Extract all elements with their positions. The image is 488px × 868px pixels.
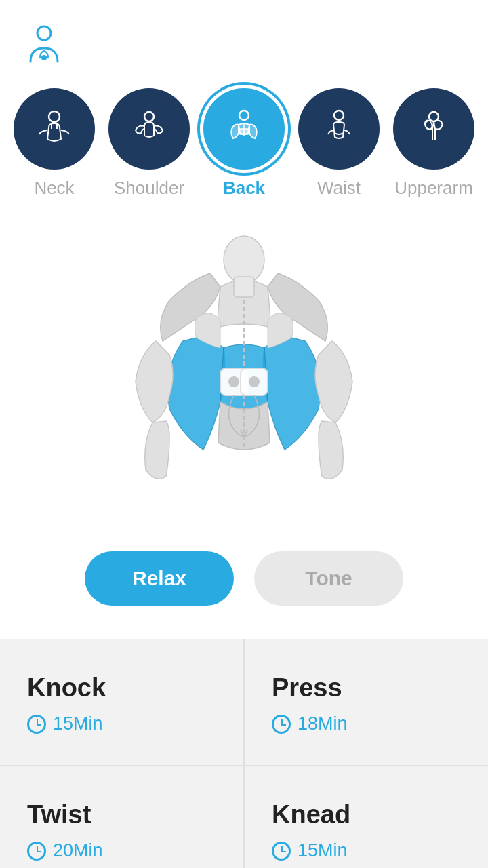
nav-label-upperarm: Upperarm [394, 178, 473, 199]
nav-label-shoulder: Shoulder [114, 178, 184, 199]
clock-icon-knock [27, 715, 46, 734]
program-name-knead: Knead [272, 800, 461, 829]
mode-buttons-group: Relax Tone [0, 545, 488, 639]
program-duration-knead: 15Min [272, 840, 461, 861]
clock-icon-knead [272, 842, 291, 861]
program-card-knock[interactable]: Knock 15Min [0, 639, 243, 765]
program-duration-knock: 15Min [27, 713, 216, 734]
nav-label-neck: Neck [34, 178, 74, 199]
program-name-twist: Twist [27, 800, 216, 829]
clock-icon-press [272, 715, 291, 734]
nav-label-back: Back [223, 178, 265, 199]
program-card-knead[interactable]: Knead 15Min [245, 766, 488, 868]
duration-text-knock: 15Min [53, 713, 103, 734]
program-duration-press: 18Min [272, 713, 461, 734]
program-name-press: Press [272, 673, 461, 703]
nav-circle-waist [298, 88, 380, 170]
svg-rect-13 [234, 277, 254, 297]
program-name-knock: Knock [27, 673, 216, 703]
duration-text-knead: 15Min [298, 840, 348, 861]
nav-item-neck[interactable]: Neck [7, 88, 102, 199]
duration-text-press: 18Min [298, 713, 348, 734]
program-card-twist[interactable]: Twist 20Min [0, 766, 243, 868]
clock-icon-twist [27, 842, 46, 861]
nav-item-shoulder[interactable]: Shoulder [102, 88, 197, 199]
nav-circle-shoulder [108, 88, 190, 170]
nav-item-back[interactable]: Back [197, 88, 291, 199]
body-illustration [0, 219, 488, 545]
body-part-nav: Neck Shoulder [0, 75, 488, 219]
program-card-press[interactable]: Press 18Min [245, 639, 488, 765]
program-duration-twist: 20Min [27, 840, 216, 861]
svg-point-0 [37, 26, 51, 40]
tone-button[interactable]: Tone [254, 551, 403, 606]
user-avatar[interactable] [20, 20, 68, 68]
header [0, 0, 488, 75]
svg-point-1 [41, 55, 47, 60]
svg-point-8 [334, 111, 344, 120]
nav-circle-neck [14, 88, 95, 170]
svg-rect-7 [243, 129, 249, 134]
programs-grid: Knock 15Min Press 18Min Twist 20Min Knea… [0, 639, 488, 868]
svg-point-17 [249, 376, 260, 387]
relax-button[interactable]: Relax [85, 551, 234, 606]
nav-circle-back [203, 88, 285, 170]
svg-point-15 [228, 376, 239, 387]
svg-point-3 [144, 112, 154, 121]
nav-circle-upperarm [393, 88, 474, 170]
nav-label-waist: Waist [317, 178, 361, 199]
nav-item-upperarm[interactable]: Upperarm [386, 88, 481, 199]
nav-item-waist[interactable]: Waist [291, 88, 386, 199]
svg-point-2 [49, 111, 60, 122]
svg-point-4 [239, 111, 249, 120]
duration-text-twist: 20Min [53, 840, 103, 861]
